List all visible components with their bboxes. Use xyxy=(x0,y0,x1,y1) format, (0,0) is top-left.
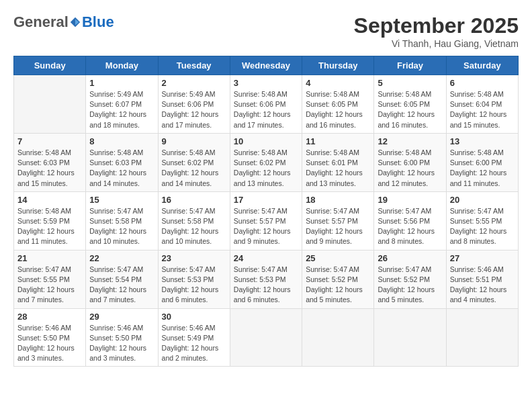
day-info: Sunrise: 5:48 AM Sunset: 6:05 PM Dayligh… xyxy=(378,89,442,130)
calendar-cell: 20Sunrise: 5:47 AM Sunset: 5:55 PM Dayli… xyxy=(446,191,518,250)
column-header-friday: Friday xyxy=(374,56,446,75)
logo-blue-text: Blue xyxy=(82,13,114,31)
calendar-cell: 10Sunrise: 5:48 AM Sunset: 6:02 PM Dayli… xyxy=(230,133,302,191)
column-header-thursday: Thursday xyxy=(302,56,374,75)
day-info: Sunrise: 5:47 AM Sunset: 5:57 PM Dayligh… xyxy=(234,206,298,247)
calendar-cell: 1Sunrise: 5:49 AM Sunset: 6:07 PM Daylig… xyxy=(86,75,158,134)
column-header-tuesday: Tuesday xyxy=(158,56,230,75)
day-number: 7 xyxy=(17,136,82,146)
day-info: Sunrise: 5:47 AM Sunset: 5:54 PM Dayligh… xyxy=(89,265,154,306)
day-info: Sunrise: 5:49 AM Sunset: 6:06 PM Dayligh… xyxy=(162,89,226,130)
calendar-cell: 29Sunrise: 5:46 AM Sunset: 5:50 PM Dayli… xyxy=(86,308,158,367)
day-info: Sunrise: 5:47 AM Sunset: 5:55 PM Dayligh… xyxy=(450,206,515,247)
day-info: Sunrise: 5:48 AM Sunset: 6:05 PM Dayligh… xyxy=(306,89,370,130)
month-title: September 2025 xyxy=(354,13,519,38)
calendar-cell: 16Sunrise: 5:47 AM Sunset: 5:58 PM Dayli… xyxy=(158,191,230,250)
calendar-week-row: 21Sunrise: 5:47 AM Sunset: 5:55 PM Dayli… xyxy=(14,250,519,308)
column-header-saturday: Saturday xyxy=(446,56,518,75)
day-number: 20 xyxy=(450,195,515,205)
day-info: Sunrise: 5:48 AM Sunset: 6:00 PM Dayligh… xyxy=(450,148,515,189)
calendar-cell: 15Sunrise: 5:47 AM Sunset: 5:58 PM Dayli… xyxy=(86,191,158,250)
day-number: 23 xyxy=(162,253,226,263)
day-number: 29 xyxy=(89,312,154,322)
day-number: 28 xyxy=(17,312,82,322)
title-block: September 2025 Vi Thanh, Hau Giang, Viet… xyxy=(354,13,519,49)
day-number: 21 xyxy=(17,253,82,263)
calendar-week-row: 1Sunrise: 5:49 AM Sunset: 6:07 PM Daylig… xyxy=(14,75,519,134)
logo: General Blue xyxy=(13,13,114,31)
day-info: Sunrise: 5:48 AM Sunset: 6:01 PM Dayligh… xyxy=(306,148,370,189)
day-info: Sunrise: 5:47 AM Sunset: 5:53 PM Dayligh… xyxy=(162,265,226,306)
column-header-sunday: Sunday xyxy=(14,56,86,75)
day-number: 16 xyxy=(162,195,226,205)
day-info: Sunrise: 5:47 AM Sunset: 5:52 PM Dayligh… xyxy=(306,265,370,306)
calendar-cell: 26Sunrise: 5:47 AM Sunset: 5:52 PM Dayli… xyxy=(374,250,446,308)
calendar-week-row: 7Sunrise: 5:48 AM Sunset: 6:03 PM Daylig… xyxy=(14,133,519,191)
calendar-cell xyxy=(230,308,302,367)
day-number: 26 xyxy=(378,253,442,263)
calendar-week-row: 28Sunrise: 5:46 AM Sunset: 5:50 PM Dayli… xyxy=(14,308,519,367)
logo-general-text: General xyxy=(13,13,69,31)
calendar-cell: 25Sunrise: 5:47 AM Sunset: 5:52 PM Dayli… xyxy=(302,250,374,308)
day-info: Sunrise: 5:46 AM Sunset: 5:49 PM Dayligh… xyxy=(162,323,226,364)
day-info: Sunrise: 5:47 AM Sunset: 5:58 PM Dayligh… xyxy=(162,206,226,247)
calendar-cell: 9Sunrise: 5:48 AM Sunset: 6:02 PM Daylig… xyxy=(158,133,230,191)
day-number: 2 xyxy=(162,78,226,88)
day-number: 9 xyxy=(162,136,226,146)
day-number: 6 xyxy=(450,78,515,88)
day-info: Sunrise: 5:48 AM Sunset: 6:03 PM Dayligh… xyxy=(17,148,82,189)
day-info: Sunrise: 5:46 AM Sunset: 5:51 PM Dayligh… xyxy=(450,265,515,306)
calendar-cell: 2Sunrise: 5:49 AM Sunset: 6:06 PM Daylig… xyxy=(158,75,230,134)
calendar-cell: 13Sunrise: 5:48 AM Sunset: 6:00 PM Dayli… xyxy=(446,133,518,191)
day-number: 10 xyxy=(234,136,298,146)
calendar-cell: 12Sunrise: 5:48 AM Sunset: 6:00 PM Dayli… xyxy=(374,133,446,191)
day-info: Sunrise: 5:49 AM Sunset: 6:07 PM Dayligh… xyxy=(89,89,154,130)
day-number: 18 xyxy=(306,195,370,205)
page-header: General Blue September 2025 Vi Thanh, Ha… xyxy=(13,13,519,49)
day-number: 27 xyxy=(450,253,515,263)
calendar-cell: 24Sunrise: 5:47 AM Sunset: 5:53 PM Dayli… xyxy=(230,250,302,308)
calendar-cell: 11Sunrise: 5:48 AM Sunset: 6:01 PM Dayli… xyxy=(302,133,374,191)
day-number: 8 xyxy=(89,136,154,146)
day-info: Sunrise: 5:47 AM Sunset: 5:56 PM Dayligh… xyxy=(378,206,442,247)
calendar-cell: 21Sunrise: 5:47 AM Sunset: 5:55 PM Dayli… xyxy=(14,250,86,308)
day-number: 19 xyxy=(378,195,442,205)
calendar-cell: 27Sunrise: 5:46 AM Sunset: 5:51 PM Dayli… xyxy=(446,250,518,308)
day-info: Sunrise: 5:48 AM Sunset: 6:04 PM Dayligh… xyxy=(450,89,515,130)
location: Vi Thanh, Hau Giang, Vietnam xyxy=(354,38,519,49)
calendar-cell: 22Sunrise: 5:47 AM Sunset: 5:54 PM Dayli… xyxy=(86,250,158,308)
day-info: Sunrise: 5:46 AM Sunset: 5:50 PM Dayligh… xyxy=(89,323,154,364)
day-info: Sunrise: 5:48 AM Sunset: 6:02 PM Dayligh… xyxy=(162,148,226,189)
calendar-cell: 8Sunrise: 5:48 AM Sunset: 6:03 PM Daylig… xyxy=(86,133,158,191)
calendar-cell: 28Sunrise: 5:46 AM Sunset: 5:50 PM Dayli… xyxy=(14,308,86,367)
calendar-table: SundayMondayTuesdayWednesdayThursdayFrid… xyxy=(13,56,519,367)
day-number: 4 xyxy=(306,78,370,88)
logo-icon xyxy=(69,16,81,28)
calendar-cell: 5Sunrise: 5:48 AM Sunset: 6:05 PM Daylig… xyxy=(374,75,446,134)
day-info: Sunrise: 5:48 AM Sunset: 6:06 PM Dayligh… xyxy=(234,89,298,130)
day-info: Sunrise: 5:48 AM Sunset: 6:03 PM Dayligh… xyxy=(89,148,154,189)
day-number: 5 xyxy=(378,78,442,88)
day-number: 13 xyxy=(450,136,515,146)
day-number: 11 xyxy=(306,136,370,146)
calendar-cell: 17Sunrise: 5:47 AM Sunset: 5:57 PM Dayli… xyxy=(230,191,302,250)
column-header-wednesday: Wednesday xyxy=(230,56,302,75)
day-info: Sunrise: 5:47 AM Sunset: 5:58 PM Dayligh… xyxy=(89,206,154,247)
calendar-cell: 18Sunrise: 5:47 AM Sunset: 5:57 PM Dayli… xyxy=(302,191,374,250)
day-number: 17 xyxy=(234,195,298,205)
day-number: 1 xyxy=(89,78,154,88)
calendar-week-row: 14Sunrise: 5:48 AM Sunset: 5:59 PM Dayli… xyxy=(14,191,519,250)
calendar-cell xyxy=(14,75,86,134)
calendar-cell: 3Sunrise: 5:48 AM Sunset: 6:06 PM Daylig… xyxy=(230,75,302,134)
day-info: Sunrise: 5:47 AM Sunset: 5:53 PM Dayligh… xyxy=(234,265,298,306)
calendar-cell: 19Sunrise: 5:47 AM Sunset: 5:56 PM Dayli… xyxy=(374,191,446,250)
calendar-cell: 14Sunrise: 5:48 AM Sunset: 5:59 PM Dayli… xyxy=(14,191,86,250)
day-info: Sunrise: 5:47 AM Sunset: 5:52 PM Dayligh… xyxy=(378,265,442,306)
day-number: 30 xyxy=(162,312,226,322)
day-number: 12 xyxy=(378,136,442,146)
day-number: 25 xyxy=(306,253,370,263)
day-number: 15 xyxy=(89,195,154,205)
day-info: Sunrise: 5:48 AM Sunset: 6:00 PM Dayligh… xyxy=(378,148,442,189)
calendar-cell: 7Sunrise: 5:48 AM Sunset: 6:03 PM Daylig… xyxy=(14,133,86,191)
day-info: Sunrise: 5:47 AM Sunset: 5:55 PM Dayligh… xyxy=(17,265,82,306)
